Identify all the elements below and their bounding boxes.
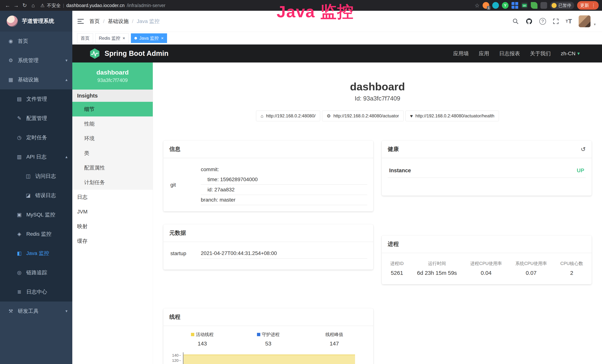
- extension-fox-icon[interactable]: 1: [483, 2, 489, 9]
- sba-menu-environment[interactable]: 环境: [72, 131, 153, 146]
- threads-card-body: 活动线程 143 守护进程: [163, 326, 373, 364]
- sidebar-item-api-log[interactable]: ▥ API 日志 ▴: [0, 147, 72, 167]
- user-avatar[interactable]: [579, 15, 591, 27]
- breadcrumb-current: Java 监控: [137, 18, 160, 25]
- stat-value: 0.07: [515, 270, 547, 276]
- sidebar-item-label: 基础设施: [18, 76, 39, 83]
- sba-nav-about[interactable]: 关于我们: [530, 50, 551, 57]
- metadata-card-body: startup 2021-04-27T00:44:31.254+08:00: [163, 242, 373, 270]
- chevron-down-icon: ▾: [577, 51, 580, 56]
- tab-java-monitor[interactable]: Java 监控 ×: [131, 33, 167, 43]
- forward-icon[interactable]: →: [12, 1, 20, 10]
- sidebar-item-tracing[interactable]: ◎ 链路追踪: [0, 263, 72, 282]
- mysql-icon: ▣: [16, 212, 23, 218]
- address-bar[interactable]: ⚠ 不安全 | dashboard.yudao.iocoder.cn/infra…: [40, 2, 165, 9]
- sidebar-item-home[interactable]: ◉ 首页: [0, 32, 72, 51]
- sidebar-item-infrastructure[interactable]: ▦ 基础设施 ▴: [0, 70, 72, 89]
- sba-menu-mappings[interactable]: 映射: [72, 219, 153, 234]
- sidebar-item-log-center[interactable]: ≣ 日志中心: [0, 282, 72, 301]
- github-icon[interactable]: [526, 18, 533, 25]
- sidebar-item-config-mgmt[interactable]: ✎ 配置管理: [0, 109, 72, 128]
- stat-system-cpu: 系统CPU使用率 0.07: [515, 260, 547, 276]
- sba-brand-link[interactable]: Spring Boot Admin: [89, 48, 169, 59]
- sidebar-item-redis-monitor[interactable]: ◈ Redis 监控: [0, 224, 72, 244]
- sba-menu-config-props[interactable]: 配置属性: [72, 161, 153, 175]
- browser-menu-icon[interactable]: ⋮: [591, 3, 596, 8]
- breadcrumb-infrastructure[interactable]: 基础设施: [108, 18, 129, 25]
- sba-menu-logs[interactable]: 日志: [72, 190, 153, 204]
- browser-update-button[interactable]: 更新 ⋮: [577, 1, 599, 10]
- sba-nav-wallboard[interactable]: 应用墙: [453, 50, 469, 57]
- chevron-down-icon: ▾: [65, 309, 67, 314]
- sba-language-select[interactable]: zh-CN ▾: [561, 51, 580, 57]
- close-icon[interactable]: ×: [123, 36, 125, 41]
- font-size-icon[interactable]: TT: [566, 18, 572, 25]
- fullscreen-icon[interactable]: [553, 18, 559, 24]
- legend-value: 53: [235, 341, 301, 347]
- sidebar-item-error-log[interactable]: ◪ 错误日志: [0, 186, 72, 205]
- info-line: time: 1596289704000: [201, 174, 367, 185]
- info-card-body: git commit: time: 1596289704000 id: 27aa…: [163, 158, 373, 211]
- bookmark-star-icon[interactable]: ☆: [475, 2, 480, 9]
- chevron-up-icon: ▴: [65, 77, 67, 82]
- browser-actions: ☆ 1 Y on 已暂停 更新 ⋮: [475, 1, 599, 10]
- hamburger-icon[interactable]: [77, 17, 85, 25]
- sba-menu-caches[interactable]: 缓存: [72, 234, 153, 248]
- sidebar-item-dev-tools[interactable]: ⚒ 研发工具 ▾: [0, 301, 72, 321]
- sba-menu-scheduled-tasks[interactable]: 计划任务: [72, 175, 153, 190]
- metadata-line: 2021-04-27T00:44:31.254+08:00: [201, 248, 367, 258]
- trace-icon: ◎: [16, 270, 23, 276]
- config-icon: ✎: [16, 115, 23, 121]
- extension-green-icon[interactable]: Y: [502, 2, 509, 9]
- extension-badge: 1: [487, 6, 490, 10]
- topbar-actions: ? TT ▾: [512, 15, 596, 27]
- sba-nav-applications[interactable]: 应用: [479, 50, 489, 57]
- instance-health-link[interactable]: ♥ http://192.168.0.2:48080/actuator/heal…: [406, 110, 499, 121]
- back-icon[interactable]: ←: [3, 1, 12, 10]
- history-icon[interactable]: ↺: [581, 146, 586, 153]
- reload-icon[interactable]: ↻: [20, 1, 29, 10]
- sba-language-value: zh-CN: [561, 51, 575, 57]
- sidebar-item-file-mgmt[interactable]: ▤ 文件管理: [0, 89, 72, 109]
- breadcrumb-home[interactable]: 首页: [89, 18, 100, 25]
- sidebar-item-java-monitor[interactable]: ◧ Java 监控: [0, 244, 72, 263]
- search-icon[interactable]: [512, 18, 519, 25]
- sidebar-item-system-mgmt[interactable]: ⚙ 系统管理 ▾: [0, 51, 72, 70]
- sba-nav-journal[interactable]: 日志报表: [499, 50, 520, 57]
- close-icon[interactable]: ×: [161, 36, 163, 41]
- cards-grid: 信息 git commit: time: 1596289704000 id: 2…: [163, 140, 592, 364]
- sidebar-item-label: 文件管理: [26, 96, 47, 103]
- tab-redis-monitor[interactable]: Redis 监控 ×: [95, 33, 129, 43]
- extension-grid-icon[interactable]: [512, 2, 518, 9]
- info-card-title: 信息: [163, 140, 373, 158]
- sba-menu-performance[interactable]: 性能: [72, 117, 153, 131]
- sba-instance-header[interactable]: dashboard 93a3fc7f7409: [72, 63, 153, 90]
- redis-icon: ◈: [16, 231, 23, 237]
- browser-chrome: ← → ↻ ⌂ ⚠ 不安全 | dashboard.yudao.iocoder.…: [0, 0, 602, 11]
- sidebar-item-scheduled-jobs[interactable]: ◷ 定时任务: [0, 128, 72, 147]
- instance-home-link[interactable]: ⌂ http://192.168.0.2:48080/: [256, 110, 320, 121]
- sba-section-insights: Insights: [72, 90, 153, 102]
- profile-paused-chip[interactable]: 已暂停: [550, 2, 574, 9]
- sba-menu-details[interactable]: 细节: [72, 102, 153, 117]
- extension-drop-icon[interactable]: [492, 2, 499, 9]
- tab-home[interactable]: 首页: [77, 33, 93, 43]
- sidebar-item-label: API 日志: [26, 153, 46, 161]
- help-icon[interactable]: ?: [539, 18, 546, 25]
- info-row-git: git commit: time: 1596289704000 id: 27aa…: [169, 164, 367, 205]
- warning-icon: ⚠: [40, 3, 44, 8]
- sidebar-item-mysql-monitor[interactable]: ▣ MySQL 监控: [0, 205, 72, 224]
- instance-actuator-link[interactable]: ⚙ http://192.168.0.2:48080/actuator: [322, 110, 404, 121]
- java-monitor-icon: ◧: [16, 250, 23, 256]
- sidebar-item-label: Redis 监控: [26, 230, 51, 237]
- sba-menu-classes[interactable]: 类: [72, 146, 153, 161]
- sidebar-item-access-log[interactable]: ◫ 访问日志: [0, 167, 72, 186]
- browser-home-icon[interactable]: ⌂: [29, 1, 37, 10]
- stat-label: CPU核心数: [560, 260, 583, 267]
- extension-on-icon[interactable]: on: [521, 2, 528, 9]
- extensions-puzzle-icon[interactable]: [540, 2, 547, 9]
- extension-leaf-icon[interactable]: [531, 2, 538, 9]
- sba-menu-jvm[interactable]: JVM: [72, 204, 153, 219]
- app-logo[interactable]: 芋道管理系统: [0, 11, 72, 32]
- legend-label: 线程峰值: [325, 332, 343, 337]
